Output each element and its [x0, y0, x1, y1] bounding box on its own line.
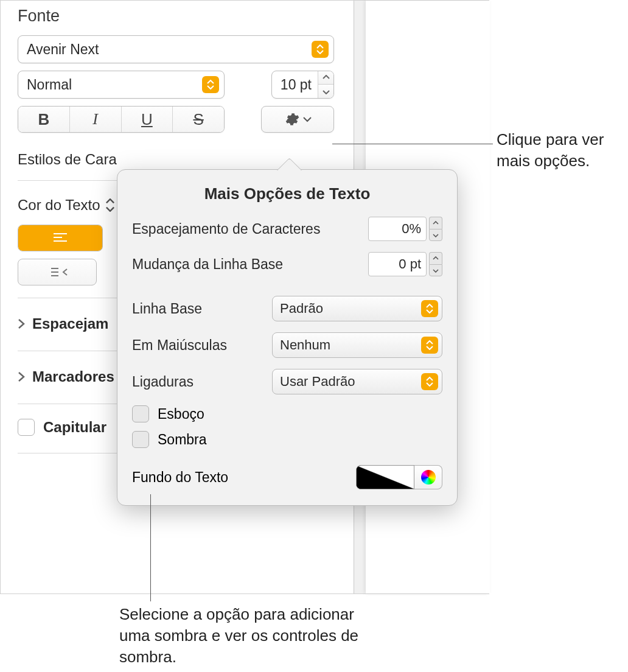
bold-button[interactable]: B [18, 107, 70, 132]
chevron-down-icon [303, 116, 312, 122]
callout-shadow-text: Selecione a opção para adicionar uma som… [119, 604, 387, 668]
caps-value: Nenhum [280, 337, 330, 353]
baseline-value: Padrão [280, 301, 323, 317]
text-background-color-well[interactable] [356, 465, 414, 489]
font-size-field[interactable]: 10 pt [271, 71, 334, 99]
baseline-popup[interactable]: Padrão [272, 296, 442, 321]
more-text-options-popover: Mais Opções de Texto Espacejamento de Ca… [117, 169, 458, 506]
chevron-left-icon [62, 268, 68, 276]
char-spacing-label: Espacejamento de Caracteres [132, 221, 320, 237]
char-spacing-value: 0% [402, 221, 421, 237]
font-size-stepper[interactable] [318, 71, 333, 99]
dropcap-checkbox[interactable] [18, 419, 35, 436]
color-wheel-icon [421, 470, 436, 485]
ligatures-row: Ligaduras Usar Padrão [132, 369, 442, 394]
font-size-value: 10 pt [272, 77, 318, 93]
baseline-shift-value: 0 pt [399, 256, 421, 272]
font-weight-value: Normal [27, 77, 72, 93]
text-align-left-button[interactable] [18, 225, 103, 251]
baseline-row: Linha Base Padrão [132, 296, 442, 321]
outline-row[interactable]: Esboço [132, 405, 442, 422]
char-spacing-row: Espacejamento de Caracteres 0% [132, 217, 442, 241]
strike-button[interactable]: S [173, 107, 224, 132]
text-background-label: Fundo do Texto [132, 469, 228, 486]
baseline-shift-label: Mudança da Linha Base [132, 256, 283, 273]
ligatures-popup[interactable]: Usar Padrão [272, 369, 442, 394]
font-family-value: Avenir Next [27, 41, 99, 58]
caps-popup[interactable]: Nenhum [272, 332, 442, 358]
text-color-label: Cor do Texto [18, 197, 100, 214]
more-text-options-button[interactable] [261, 106, 334, 133]
stepper-up-icon[interactable] [429, 252, 442, 264]
caps-label: Em Maiúsculas [132, 337, 227, 354]
font-family-popup[interactable]: Avenir Next [18, 35, 334, 63]
popup-arrows-icon [421, 373, 438, 390]
stepper-up-icon[interactable] [318, 71, 333, 85]
dropcap-label: Capitular [43, 419, 106, 436]
outline-label: Esboço [158, 406, 204, 422]
gear-icon [284, 111, 299, 127]
baseline-label: Linha Base [132, 301, 202, 317]
popup-arrows-icon [202, 76, 219, 93]
font-weight-popup[interactable]: Normal [18, 71, 225, 99]
caps-row: Em Maiúsculas Nenhum [132, 332, 442, 358]
text-background-row: Fundo do Texto [132, 465, 442, 489]
ligatures-value: Usar Padrão [280, 374, 355, 390]
color-picker-button[interactable] [414, 465, 442, 489]
shadow-row[interactable]: Sombra [132, 431, 442, 448]
popover-title: Mais Opções de Texto [132, 184, 442, 203]
spacing-label: Espacejam [32, 315, 108, 332]
text-style-segmented: B I U S [18, 106, 225, 133]
stepper-down-icon[interactable] [429, 264, 442, 276]
stepper-down-icon[interactable] [429, 229, 442, 241]
stepper-down-icon[interactable] [318, 85, 333, 99]
chevron-right-icon [18, 318, 25, 329]
font-section-title: Fonte [18, 7, 334, 26]
popup-arrows-icon [105, 198, 115, 212]
callout-leader-line [150, 494, 151, 601]
char-spacing-field[interactable]: 0% [368, 217, 427, 241]
popup-arrows-icon [421, 300, 438, 317]
baseline-shift-row: Mudança da Linha Base 0 pt [132, 252, 442, 276]
baseline-shift-field[interactable]: 0 pt [368, 252, 427, 276]
ligatures-label: Ligaduras [132, 374, 194, 390]
popup-arrows-icon [312, 41, 329, 58]
stepper-up-icon[interactable] [429, 217, 442, 229]
underline-button[interactable]: U [122, 107, 173, 132]
bullets-label: Marcadores [32, 368, 114, 385]
shadow-label: Sombra [158, 432, 207, 448]
popup-arrows-icon [421, 337, 438, 354]
shadow-checkbox[interactable] [132, 431, 149, 448]
align-left-icon [18, 225, 102, 251]
italic-button[interactable]: I [70, 107, 122, 132]
baseline-shift-stepper[interactable] [429, 252, 442, 276]
indent-popup-button[interactable] [18, 259, 97, 285]
chevron-right-icon [18, 371, 25, 382]
char-spacing-stepper[interactable] [429, 217, 442, 241]
callout-gear-text: Clique para ver mais opções. [497, 129, 624, 172]
callout-leader-line [332, 144, 493, 144]
outline-checkbox[interactable] [132, 405, 149, 422]
list-indent-icon [46, 267, 60, 278]
